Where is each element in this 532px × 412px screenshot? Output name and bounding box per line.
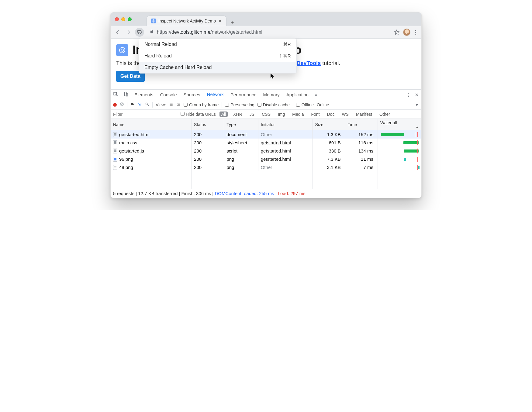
devtools-menu-icon[interactable]: ⋮ [406, 92, 411, 98]
svg-point-3 [119, 47, 125, 53]
network-table: Name Status Type Initiator Size Time Wat… [111, 119, 421, 189]
clear-button[interactable] [120, 102, 124, 107]
filter-icon[interactable] [138, 102, 142, 107]
status-dcl: DOMContentLoaded: 255 ms [215, 191, 274, 196]
zoom-window-button[interactable] [128, 17, 132, 21]
toolbar: https://devtools.glitch.me/network/getst… [111, 26, 421, 39]
tab-application[interactable]: Application [286, 90, 309, 99]
col-time[interactable]: Time [345, 119, 378, 130]
address-bar[interactable]: https://devtools.glitch.me/network/getst… [146, 28, 390, 37]
network-conditions-icon[interactable]: ▼ [415, 102, 419, 107]
menu-item-empty-cache-hard-reload[interactable]: Empty Cache and Hard Reload [139, 62, 296, 73]
svg-point-0 [152, 19, 155, 22]
disable-cache-checkbox[interactable]: Disable cache [257, 102, 290, 107]
col-name[interactable]: Name [111, 119, 192, 130]
cell-name: getstarted.html [111, 130, 192, 139]
table-row[interactable]: getstarted.html200documentOther1.3 KB152… [111, 130, 421, 139]
tab-memory[interactable]: Memory [263, 90, 280, 99]
cell-name: main.css [111, 139, 192, 147]
filter-doc[interactable]: Doc [325, 112, 336, 117]
tab-sources[interactable]: Sources [183, 90, 201, 99]
col-size[interactable]: Size [313, 119, 345, 130]
tab-title: Inspect Network Activity Demo [158, 19, 216, 23]
initiator-link[interactable]: getstarted.html [261, 140, 291, 145]
col-type[interactable]: Type [224, 119, 258, 130]
filter-js[interactable]: JS [248, 112, 256, 117]
cell-time: 134 ms [345, 147, 378, 155]
browser-tab[interactable]: Inspect Network Activity Demo ✕ [147, 15, 226, 26]
forward-button[interactable] [124, 28, 133, 37]
url-scheme: https:// [157, 29, 171, 35]
favicon-icon [151, 19, 156, 23]
close-tab-icon[interactable]: ✕ [218, 19, 222, 23]
cell-type: document [224, 130, 258, 139]
cell-type: png [224, 155, 258, 163]
menu-item-label: Normal Reload [144, 42, 177, 47]
new-tab-button[interactable]: ＋ [230, 19, 235, 26]
offline-checkbox[interactable]: Offline [296, 102, 314, 107]
filter-css[interactable]: CSS [260, 112, 272, 117]
reload-context-menu: Normal Reload ⌘R Hard Reload ⇧⌘R Empty C… [139, 38, 297, 74]
filter-xhr[interactable]: XHR [231, 112, 244, 117]
more-tabs-icon[interactable]: » [315, 92, 317, 97]
large-rows-icon[interactable] [176, 102, 181, 107]
filter-ws[interactable]: WS [340, 112, 351, 117]
reload-button[interactable] [135, 28, 144, 37]
network-filter-bar: Hide data URLs All XHR JS CSS Img Media … [111, 110, 421, 119]
minimize-window-button[interactable] [121, 17, 125, 21]
table-row[interactable]: main.css200stylesheetgetstarted.html691 … [111, 139, 421, 147]
cell-size: 691 B [313, 139, 345, 147]
svg-line-9 [121, 103, 123, 105]
inspect-element-icon[interactable] [113, 92, 118, 98]
menu-item-normal-reload[interactable]: Normal Reload ⌘R [139, 39, 296, 50]
close-window-button[interactable] [115, 17, 119, 21]
filter-other[interactable]: Other [378, 112, 392, 117]
titlebar: Inspect Network Activity Demo ✕ ＋ [111, 12, 421, 26]
menu-item-shortcut: ⌘R [283, 42, 291, 47]
profile-avatar[interactable] [403, 29, 410, 36]
preserve-log-checkbox[interactable]: Preserve log [225, 102, 254, 107]
list-view-icon[interactable] [169, 102, 173, 107]
menu-item-label: Empty Cache and Hard Reload [144, 65, 212, 70]
back-button[interactable] [113, 28, 122, 37]
filter-manifest[interactable]: Manifest [354, 112, 374, 117]
cell-status: 200 [192, 147, 224, 155]
svg-point-11 [146, 103, 148, 105]
hide-data-urls-checkbox[interactable]: Hide data URLs [181, 112, 216, 117]
cell-waterfall [378, 147, 421, 155]
bookmark-star-icon[interactable] [392, 28, 401, 37]
device-toggle-icon[interactable] [123, 92, 128, 98]
table-row[interactable]: 96.png200pnggetstarted.html7.3 KB11 ms [111, 155, 421, 163]
initiator-link[interactable]: getstarted.html [261, 148, 291, 153]
filter-all[interactable]: All [219, 112, 228, 117]
filter-media[interactable]: Media [290, 112, 306, 117]
cell-initiator: getstarted.html [258, 139, 313, 147]
record-button[interactable] [113, 103, 117, 107]
col-initiator[interactable]: Initiator [258, 119, 313, 130]
search-icon[interactable] [145, 102, 149, 107]
menu-item-hard-reload[interactable]: Hard Reload ⇧⌘R [139, 50, 296, 62]
throttling-select[interactable]: Online [317, 102, 329, 107]
tab-elements[interactable]: Elements [134, 90, 154, 99]
cell-type: script [224, 147, 258, 155]
chrome-menu-button[interactable] [412, 30, 419, 35]
filter-img[interactable]: Img [276, 112, 287, 117]
cell-waterfall [378, 130, 421, 139]
tab-network[interactable]: Network [206, 90, 224, 99]
devtools-close-icon[interactable]: ✕ [415, 92, 419, 98]
camera-icon[interactable] [130, 102, 135, 107]
filter-input[interactable] [113, 111, 177, 117]
col-waterfall[interactable]: Waterfall [378, 119, 421, 130]
filter-font[interactable]: Font [309, 112, 321, 117]
group-by-frame-checkbox[interactable]: Group by frame [184, 102, 219, 107]
initiator-link[interactable]: getstarted.html [261, 156, 291, 162]
url-path: /network/getstarted.html [210, 29, 262, 35]
network-toolbar: View: Group by frame Preserve log Disabl… [111, 100, 421, 110]
table-row[interactable]: getstarted.js200scriptgetstarted.html330… [111, 147, 421, 155]
tab-performance[interactable]: Performance [230, 90, 257, 99]
devtools-tabs: Elements Console Sources Network Perform… [111, 90, 421, 100]
network-statusbar: 5 requests | 12.7 KB transferred | Finis… [111, 189, 421, 198]
col-status[interactable]: Status [192, 119, 224, 130]
status-load: Load: 297 ms [278, 191, 306, 196]
tab-console[interactable]: Console [160, 90, 178, 99]
